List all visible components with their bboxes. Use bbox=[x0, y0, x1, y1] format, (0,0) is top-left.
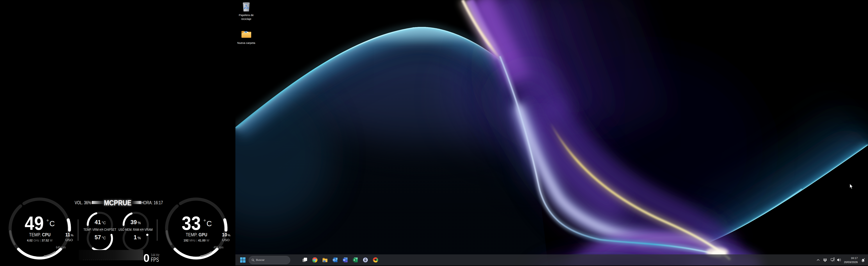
svg-text:4.02 GHz | 37.52 W: 4.02 GHz | 37.52 W bbox=[27, 239, 53, 242]
svg-text:HORA: 16:17: HORA: 16:17 bbox=[141, 200, 163, 205]
svg-text:41: 41 bbox=[95, 219, 101, 225]
svg-text:C: C bbox=[207, 219, 212, 228]
svg-text:FPS: FPS bbox=[151, 256, 159, 263]
svg-text:C: C bbox=[50, 219, 55, 228]
svg-text:°: ° bbox=[204, 218, 206, 224]
svg-text:10%: 10% bbox=[222, 232, 230, 237]
svg-text:1: 1 bbox=[134, 234, 137, 241]
svg-text:TEMP. CPU: TEMP. CPU bbox=[29, 232, 51, 237]
svg-text:z: z bbox=[862, 259, 863, 261]
svg-text:49: 49 bbox=[25, 213, 44, 234]
svg-text:640 rpm: 640 rpm bbox=[56, 245, 66, 249]
svg-text:USO MEM. RAM: USO MEM. RAM bbox=[118, 228, 139, 232]
svg-text:192 MHz | 41.00 W: 192 MHz | 41.00 W bbox=[184, 239, 209, 242]
svg-text:39: 39 bbox=[130, 219, 137, 225]
svg-text:USO: USO bbox=[65, 238, 73, 242]
svg-text:z: z bbox=[864, 258, 865, 260]
svg-text:57: 57 bbox=[95, 234, 101, 241]
svg-text:W: W bbox=[343, 259, 345, 261]
svg-text:°C: °C bbox=[102, 221, 106, 225]
svg-text:11%: 11% bbox=[65, 232, 73, 237]
svg-text:0: 0 bbox=[144, 252, 150, 264]
svg-text:°: ° bbox=[46, 218, 49, 224]
svg-text:VRAM: VRAM bbox=[145, 228, 153, 232]
svg-text:16:17: 16:17 bbox=[851, 257, 858, 260]
svg-text:%: % bbox=[137, 236, 141, 240]
svg-text:%: % bbox=[137, 221, 141, 225]
svg-text:20/03/2026: 20/03/2026 bbox=[844, 261, 858, 264]
svg-text:TEMP. GPU: TEMP. GPU bbox=[186, 232, 207, 237]
svg-text:455 rpm: 455 rpm bbox=[214, 245, 223, 249]
svg-text:TEMP. VRM: TEMP. VRM bbox=[84, 228, 99, 232]
svg-text:33: 33 bbox=[182, 213, 201, 234]
svg-text:CHIPSET: CHIPSET bbox=[104, 228, 116, 232]
svg-text:VOL. 36%: VOL. 36% bbox=[75, 200, 91, 205]
svg-text:X: X bbox=[354, 259, 355, 261]
svg-text:°C: °C bbox=[102, 236, 106, 240]
svg-text:MCPRUE: MCPRUE bbox=[104, 198, 131, 207]
svg-text:USO: USO bbox=[222, 238, 229, 242]
